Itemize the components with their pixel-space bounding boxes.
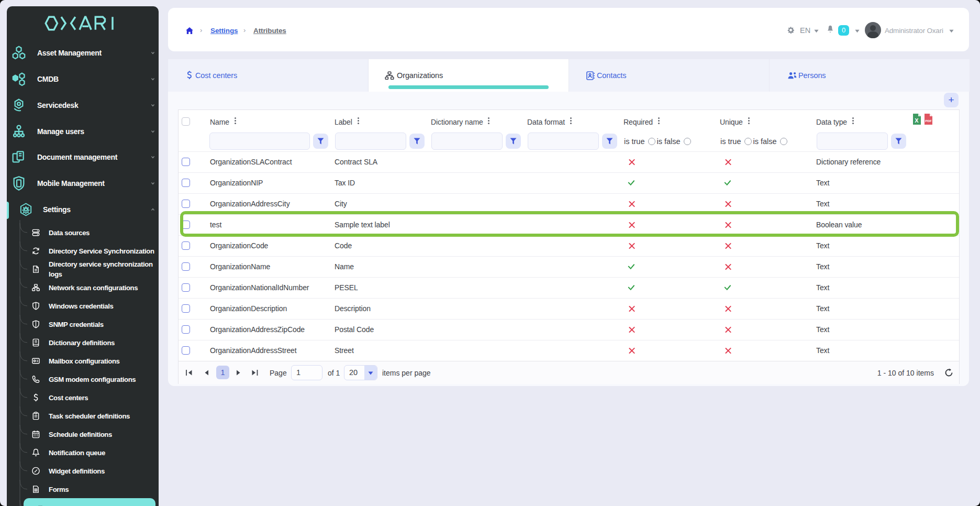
svg-text:X: X: [915, 117, 919, 124]
svg-text:PDF: PDF: [925, 119, 932, 123]
